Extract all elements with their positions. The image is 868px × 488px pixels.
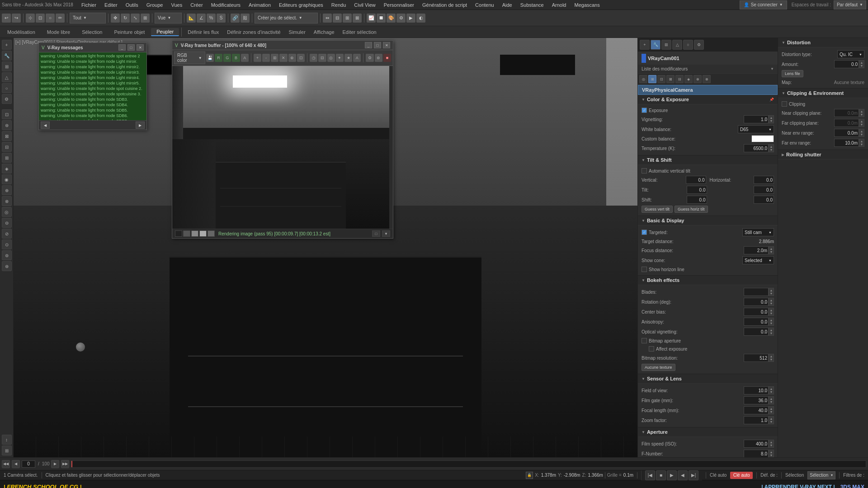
undo-button[interactable]: ↩: [2, 14, 11, 23]
rp-display-btn[interactable]: ○: [683, 40, 693, 50]
section-rolling-shutter[interactable]: ▶ Rolling shutter: [778, 150, 868, 160]
fb-settings-icon[interactable]: ⚙: [366, 54, 373, 62]
menu-rendu[interactable]: Rendu: [328, 1, 349, 9]
section-color-exposure[interactable]: ▼ Color & Exposure 📌: [638, 95, 778, 104]
fb-fit-icon[interactable]: ⊞: [271, 54, 278, 62]
rp-motion-btn[interactable]: △: [672, 40, 682, 50]
play-next-key[interactable]: ▶|: [689, 470, 698, 480]
near-env-input[interactable]: [834, 129, 859, 137]
amount-input[interactable]: [834, 60, 859, 68]
vray-fb-titlebar[interactable]: V V-Ray frame buffer - [100% of 640 x 48…: [172, 41, 393, 50]
cam-icon2[interactable]: ⊞: [648, 75, 656, 83]
snap-button[interactable]: 📐: [187, 14, 196, 23]
rotation-spinner[interactable]: ▲▼: [769, 298, 774, 306]
tl-prev-btn[interactable]: ◀◀: [2, 460, 10, 468]
fb-zoom-out-icon[interactable]: -: [262, 54, 270, 62]
vignetting-input[interactable]: [744, 115, 769, 123]
menu-contenu[interactable]: Contenu: [472, 1, 498, 9]
amount-spinner[interactable]: ▲▼: [859, 60, 864, 68]
play-play[interactable]: ▶: [667, 470, 677, 480]
fb-g-icon[interactable]: G: [223, 54, 231, 62]
vignetting-spinner[interactable]: ▲▼: [769, 115, 774, 123]
fb-denoiser-icon[interactable]: ⊛: [375, 54, 382, 62]
lens-file-button[interactable]: Lens file: [782, 70, 803, 77]
tilt-input2[interactable]: [754, 186, 774, 194]
create-selection-dropdown[interactable]: Créer jeu de sélect. ▼: [255, 13, 318, 23]
play-prev-key[interactable]: |◀: [645, 470, 655, 480]
render-setup-button[interactable]: ⚙: [396, 14, 406, 23]
menu-aide[interactable]: Aide: [499, 1, 516, 9]
fov-input[interactable]: [744, 386, 769, 394]
fb-cross-icon[interactable]: ✕: [279, 54, 287, 62]
rp-modify-btn[interactable]: 🔧: [651, 40, 660, 50]
fb-channel-dropdown[interactable]: RGB color ▼: [174, 52, 205, 64]
focal-length-input[interactable]: [744, 406, 769, 414]
workspace-dropdown[interactable]: Par défaut ▼: [834, 0, 866, 9]
vray-fb-restore[interactable]: □: [374, 42, 381, 48]
temperature-input[interactable]: [744, 144, 769, 152]
section-basic-display[interactable]: ▼ Basic & Display: [638, 216, 778, 225]
fb-a-icon[interactable]: A: [241, 54, 249, 62]
center-bias-input[interactable]: [744, 308, 769, 316]
fb-compare-icon[interactable]: ⊡: [297, 54, 305, 62]
focus-distance-spinner[interactable]: ▲▼: [769, 246, 774, 254]
blades-spinner[interactable]: ▲▼: [769, 288, 774, 296]
lt-btn1[interactable]: ⊡: [2, 109, 12, 119]
msg-nav-prev[interactable]: ◀: [41, 122, 50, 129]
bitmap-resolution-spinner[interactable]: ▲▼: [769, 354, 774, 362]
select-region-button[interactable]: ⊡: [36, 14, 45, 23]
focus-distance-input[interactable]: [744, 246, 769, 254]
fb-bloom-icon[interactable]: ✦: [336, 54, 344, 62]
menu-animation[interactable]: Animation: [245, 1, 274, 9]
zoom-factor-spinner[interactable]: ▲▼: [769, 416, 774, 424]
show-horizon-checkbox[interactable]: [642, 267, 647, 272]
bitmap-resolution-input[interactable]: [744, 354, 769, 362]
menu-generation[interactable]: Génération de script: [419, 1, 471, 9]
definir-flux[interactable]: Définir les flux: [184, 28, 222, 36]
aucune-texture-button[interactable]: Aucune texture: [642, 364, 675, 371]
section-clipping[interactable]: ▼ Clipping & Environment: [778, 89, 868, 98]
cam-icon6[interactable]: ◈: [684, 75, 693, 83]
render-button[interactable]: ▶: [406, 14, 415, 23]
material-editor-button[interactable]: 🎨: [387, 14, 396, 23]
film-speed-input[interactable]: [744, 440, 769, 448]
mode-peinture[interactable]: Peinture objet: [108, 28, 150, 36]
section-distortion[interactable]: ▼ Distortion: [778, 38, 868, 47]
far-env-spinner[interactable]: ▲▼: [859, 139, 864, 147]
utilities-tab[interactable]: ⚙: [2, 94, 12, 104]
spinner-snap-button[interactable]: S: [217, 14, 226, 23]
quick-align-button[interactable]: ⊠: [353, 14, 362, 23]
tl-frame-input[interactable]: [22, 460, 35, 468]
msg-nav-next[interactable]: ▶: [136, 122, 145, 129]
temperature-spinner[interactable]: ▲▼: [769, 144, 774, 152]
guess-vert-tilt-button[interactable]: Guess vert tilt: [642, 206, 673, 213]
menu-civil[interactable]: Civil View: [350, 1, 379, 9]
mode-libre[interactable]: Mode libre: [42, 28, 75, 36]
select-move-button[interactable]: ✥: [111, 14, 120, 23]
mode-peupler[interactable]: Peupler: [151, 28, 179, 36]
paint-select-button[interactable]: ✏: [56, 14, 65, 23]
film-speed-spinner[interactable]: ▲▼: [769, 440, 774, 448]
rp-hierarchy-btn[interactable]: ⊞: [661, 40, 671, 50]
lt-btn13[interactable]: ⊙: [2, 239, 12, 249]
focal-length-spinner[interactable]: ▲▼: [769, 406, 774, 414]
menu-outils[interactable]: Outils: [122, 1, 142, 9]
section-sensor-lens[interactable]: ▼ Sensor & Lens: [638, 374, 778, 384]
anisotropy-input[interactable]: [744, 318, 769, 326]
simuler[interactable]: Simuler: [285, 28, 309, 36]
section-tilt-shift[interactable]: ▼ Tilt & Shift: [638, 155, 778, 165]
affect-exposure-checkbox[interactable]: [649, 346, 654, 352]
fb-aa-icon[interactable]: A: [353, 54, 361, 62]
redo-button[interactable]: ↪: [12, 14, 21, 23]
unlink-button[interactable]: ⛓: [241, 14, 250, 23]
fb-color-icon[interactable]: R: [215, 54, 222, 62]
scale-button[interactable]: ⤡: [131, 14, 140, 23]
far-clipping-input[interactable]: [834, 119, 859, 127]
exposure-checkbox[interactable]: ✓: [642, 108, 647, 113]
vray-messages-minimize[interactable]: _: [118, 44, 126, 51]
lt-btn5[interactable]: ⊞: [2, 153, 12, 163]
mode-selection[interactable]: Sélection: [76, 28, 108, 36]
percent-snap-button[interactable]: %: [207, 14, 216, 23]
custom-balance-swatch[interactable]: [751, 135, 774, 142]
guess-horiz-tilt-button[interactable]: Guess horiz tilt: [675, 206, 708, 213]
